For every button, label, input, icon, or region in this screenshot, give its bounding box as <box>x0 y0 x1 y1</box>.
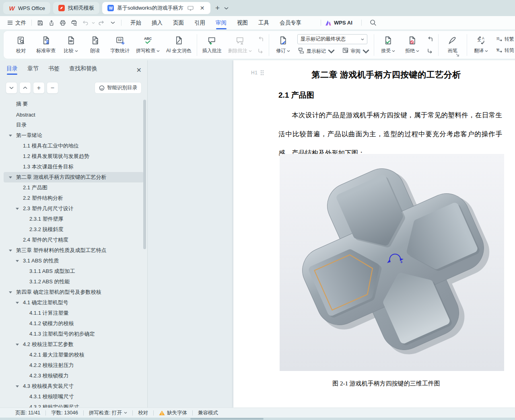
toc-item[interactable]: 摘 要 <box>4 99 144 109</box>
sidebar-tab-书签[interactable]: 书签 <box>48 65 60 75</box>
zoom-in-toc-button[interactable]: + <box>33 82 45 94</box>
wps-ai-button[interactable]: WPS AI <box>325 20 352 26</box>
ribbon-button-spell-check[interactable]: ABC拼写检查 <box>135 35 161 55</box>
toc-item[interactable]: 3.1.1 ABS 成型加工 <box>4 266 144 277</box>
previous-change-button[interactable] <box>426 35 434 43</box>
status-page-number[interactable]: 页面: 11/41 <box>15 410 40 416</box>
ribbon-button-insert-comment[interactable]: 插入批注 <box>201 35 223 55</box>
ribbon-button-track-changes[interactable]: 修订 <box>273 35 293 55</box>
tab-list-chevron-icon[interactable] <box>222 4 231 12</box>
expand-arrow-icon[interactable] <box>16 385 19 387</box>
search-icon[interactable] <box>369 18 378 28</box>
ribbon-button-read-aloud[interactable]: 朗读 <box>85 35 105 55</box>
toc-item[interactable]: 1.3 本次课题任务目标 <box>4 162 144 172</box>
expand-arrow-icon[interactable] <box>9 250 12 252</box>
horizontal-scrollbar-track[interactable] <box>0 418 515 420</box>
expand-arrow-icon[interactable] <box>16 302 19 304</box>
toc-item[interactable]: 2.4 塑件的尺寸精度 <box>4 235 144 245</box>
save-icon[interactable] <box>35 18 45 28</box>
toc-item[interactable]: 2.3.1 塑件壁厚 <box>4 214 144 224</box>
ribbon-button-to-simplified[interactable]: 繁转简 <box>495 46 514 55</box>
ribbon-expand-icon[interactable] <box>455 51 459 59</box>
toc-item[interactable]: 3.1 ABS 的性质 <box>4 256 144 266</box>
toc-item[interactable]: Abstract <box>4 109 144 120</box>
file-menu[interactable]: 文件 <box>6 19 28 27</box>
close-tab-icon[interactable]: ✕ <box>198 4 207 12</box>
toc-item[interactable]: 第四章 确定注塑机的型号及参数校核 <box>4 287 144 297</box>
status-missing-font[interactable]: 缺失字体 <box>159 410 187 416</box>
document-page[interactable]: H1 第二章 游戏机手柄方四按键的工艺分析 2.1 产品图 本次设计的产品是游戏… <box>233 60 515 408</box>
toc-item[interactable]: 3.1.2 ABS 的性能 <box>4 277 144 287</box>
menu-视图[interactable]: 视图 <box>232 16 253 29</box>
menu-开始[interactable]: 开始 <box>125 16 146 29</box>
toc-item[interactable]: 1.1 模具在工业中的地位 <box>4 141 144 151</box>
toc-item[interactable]: 4.1 确定注塑机型号 <box>4 297 144 308</box>
toc-item[interactable]: 4.1.1 计算注塑量 <box>4 308 144 318</box>
ribbon-button-review-pane[interactable]: 审阅 <box>342 47 370 55</box>
ribbon-button-ink-pen[interactable]: 画笔 <box>443 35 463 55</box>
toolbar-more-chevron-icon[interactable] <box>108 18 117 28</box>
toc-item[interactable]: 1.2 模具发展现状与发展趋势 <box>4 151 144 162</box>
ribbon-button-compare[interactable]: 比较 <box>61 35 81 55</box>
toc-item[interactable]: 4.2.1 最大注塑量的校核 <box>4 350 144 360</box>
toc-item[interactable]: 2.3 塑件几何尺寸设计 <box>4 203 144 214</box>
print-icon[interactable] <box>58 18 68 28</box>
ribbon-button-accept[interactable]: 接受 <box>378 35 398 55</box>
expand-arrow-icon[interactable] <box>9 291 12 293</box>
expand-arrow-icon[interactable] <box>16 260 19 262</box>
toc-item[interactable]: 4.3.2 校核定位圈尺寸 <box>4 402 144 408</box>
toc-item[interactable]: 2.1 产品图 <box>4 182 144 193</box>
toc-item[interactable]: 4.2.3 校核锁模力 <box>4 371 144 381</box>
toc-item[interactable]: 目录 <box>4 120 144 130</box>
display-markup-state-combobox[interactable]: 显示标记的最终状态 <box>297 34 367 44</box>
status-spellcheck[interactable]: 拼写检查: 打开 <box>89 410 127 416</box>
status-word-count[interactable]: 字数: 13046 <box>51 410 78 416</box>
export-icon[interactable] <box>47 18 56 28</box>
menu-会员专享[interactable]: 会员专享 <box>274 16 307 29</box>
toc-item[interactable]: 第二章 游戏机手柄方四按键的工艺分析 <box>4 172 144 182</box>
menu-引用[interactable]: 引用 <box>189 16 210 29</box>
ribbon-button-word-count[interactable]: 12字数统计 <box>109 35 131 55</box>
figure-3d-dpad[interactable] <box>280 154 504 371</box>
ribbon-button-standard-review[interactable]: 标准审查 <box>35 35 57 55</box>
sidebar-tab-章节[interactable]: 章节 <box>27 65 39 75</box>
tab-wps-home[interactable]: W WPS Office <box>3 2 50 14</box>
ribbon-button-ai-polish[interactable]: AI 全文润色 <box>165 35 193 55</box>
toc-item[interactable]: 第三章 塑件材料的性质及成型工艺特点 <box>4 245 144 256</box>
close-sidebar-icon[interactable]: ✕ <box>136 66 142 74</box>
menu-工具[interactable]: 工具 <box>253 16 274 29</box>
horizontal-scrollbar-thumb[interactable] <box>190 418 264 420</box>
menu-页面[interactable]: 页面 <box>168 16 189 29</box>
toc-item[interactable]: 第一章绪论 <box>4 130 144 141</box>
menu-插入[interactable]: 插入 <box>146 16 168 29</box>
new-tab-button[interactable]: + <box>213 4 222 12</box>
expand-arrow-icon[interactable] <box>16 208 19 210</box>
toc-item[interactable]: 4.3 校核模具安装尺寸 <box>4 381 144 391</box>
print-preview-icon[interactable] <box>69 18 79 28</box>
device-monitor-icon[interactable] <box>186 4 195 12</box>
ribbon-button-reject[interactable]: 拒绝 <box>402 35 422 55</box>
sidebar-tab-查找和替换[interactable]: 查找和替换 <box>69 65 97 75</box>
expand-arrow-icon[interactable] <box>9 176 12 178</box>
ribbon-button-to-traditional[interactable]: 简转繁 <box>495 35 514 44</box>
ribbon-button-translate[interactable]: 文A翻译 <box>471 35 491 55</box>
toc-item[interactable]: 2.3.2 脱模斜度 <box>4 224 144 235</box>
zoom-out-toc-button[interactable]: − <box>47 82 58 94</box>
toc-item[interactable]: 4.3.1 校核喷嘴尺寸 <box>4 391 144 402</box>
ribbon-button-show-markup[interactable]: 显示标记 <box>297 47 335 55</box>
tab-docer-templates[interactable]: 找稻壳模板 <box>53 2 99 14</box>
sidebar-scrollbar-thumb[interactable] <box>143 100 146 249</box>
tab-current-document[interactable]: W 基于solidworks的游戏手柄方 ✕ <box>102 2 210 14</box>
status-proofread-button[interactable]: 校对 <box>138 410 148 416</box>
expand-all-button[interactable] <box>6 82 17 94</box>
ribbon-button-proofread[interactable]: 校对 <box>11 35 31 55</box>
toc-item[interactable]: 4.2 校核注塑工艺参数 <box>4 339 144 350</box>
toc-item[interactable]: 2.2 塑件结构分析 <box>4 193 144 203</box>
toc-item[interactable]: 4.2.2 校核注射压力 <box>4 360 144 371</box>
toc-item[interactable]: 4.1.2 锁模力的校核 <box>4 318 144 329</box>
expand-arrow-icon[interactable] <box>9 135 12 137</box>
next-change-button[interactable] <box>426 47 434 54</box>
expand-arrow-icon[interactable] <box>16 344 19 346</box>
smart-toc-button[interactable]: 智能识别目录 <box>95 82 142 94</box>
collapse-all-button[interactable] <box>19 82 31 94</box>
